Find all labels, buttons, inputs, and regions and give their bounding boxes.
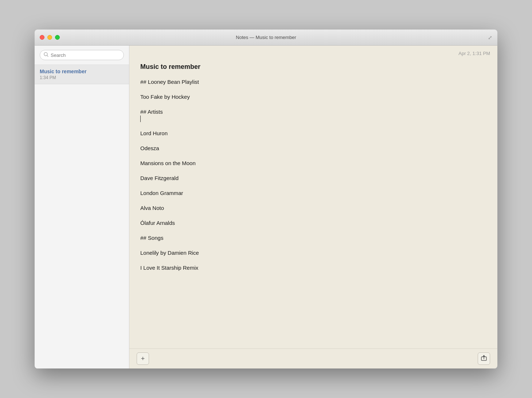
window-controls [40,35,60,40]
note-line-11: Lonelily by Damien Rice [140,249,486,257]
sidebar: Music to remember 1:34 PM [35,46,129,368]
note-body[interactable]: Music to remember ## Looney Bean Playlis… [129,59,497,348]
window-body: Music to remember 1:34 PM Apr 2, 1:31 PM… [35,46,497,368]
window-title: Notes — Music to remember [236,35,296,40]
note-main-title: Music to remember [140,63,486,71]
expand-icon[interactable]: ⤢ [488,35,492,40]
search-container [35,46,129,65]
note-line-0: ## Looney Bean Playlist [140,78,486,86]
note-footer: + [129,348,497,368]
app-window: Notes — Music to remember ⤢ Music to r [35,30,497,368]
maximize-button[interactable] [55,35,60,40]
share-icon [481,355,487,363]
note-line-1: Too Fake by Hockey [140,93,486,101]
search-icon [44,52,48,58]
add-icon: + [141,355,145,363]
titlebar: Notes — Music to remember ⤢ [35,30,497,46]
note-line-10: ## Songs [140,234,486,242]
note-header: Apr 2, 1:31 PM [129,46,497,59]
note-line-12: I Love It Starship Remix [140,264,486,272]
note-list-title: Music to remember [40,69,124,74]
minimize-button[interactable] [47,35,52,40]
share-button[interactable] [478,352,490,365]
add-note-button[interactable]: + [137,352,149,365]
note-line-8: Alva Noto [140,204,486,212]
note-line-4: Odesza [140,144,486,152]
note-list-time: 1:34 PM [40,75,124,80]
note-line-9: Ólafur Arnalds [140,219,486,227]
note-line-6: Dave Fitzgerald [140,174,486,182]
cursor-line [140,116,486,122]
main-content: Apr 2, 1:31 PM Music to remember ## Loon… [129,46,497,368]
note-line-7: London Grammar [140,189,486,197]
note-line-2: ## Artists [140,108,486,122]
svg-line-1 [47,55,48,56]
note-line-5: Mansions on the Moon [140,159,486,167]
close-button[interactable] [40,35,44,40]
note-date: Apr 2, 1:31 PM [458,51,490,56]
text-cursor [140,116,141,122]
note-line-3: Lord Huron [140,129,486,137]
search-box[interactable] [40,50,124,60]
list-item[interactable]: Music to remember 1:34 PM [35,65,129,84]
search-input[interactable] [51,52,120,58]
